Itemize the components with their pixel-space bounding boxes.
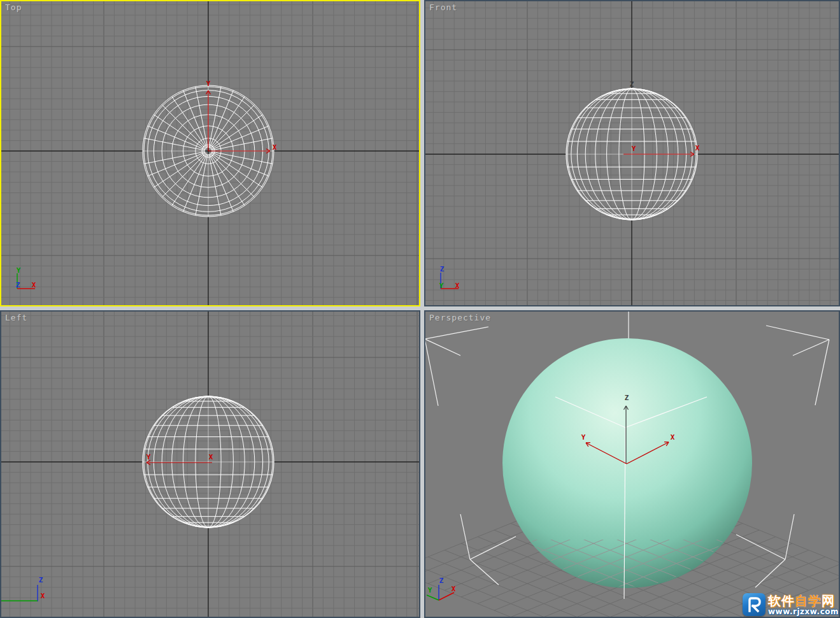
front-viewport-canvas xyxy=(424,0,840,306)
watermark[interactable]: 软件自学网 www.rjzxw.com xyxy=(743,593,839,616)
viewport-left[interactable]: Left YXZX xyxy=(0,310,420,618)
top-viewport-canvas xyxy=(0,0,420,306)
home-grid xyxy=(0,0,420,306)
wireframe-sphere xyxy=(143,396,274,528)
home-grid xyxy=(0,310,420,618)
creation-gizmo xyxy=(623,152,694,157)
viewport-label-top: Top xyxy=(5,3,22,12)
watermark-logo-icon xyxy=(743,593,765,616)
watermark-url: www.rjzxw.com xyxy=(768,608,839,615)
left-viewport-canvas xyxy=(0,310,420,618)
watermark-logo-glyph xyxy=(743,593,765,616)
watermark-site-name: 软件自学网 xyxy=(768,594,839,607)
perspective-viewport-canvas xyxy=(424,310,840,618)
viewport-front[interactable]: Front YXZZYX xyxy=(424,0,840,306)
ucs-tripod-icon xyxy=(17,273,35,289)
watermark-name-1: 软件 xyxy=(768,593,795,608)
watermark-name-3: 网 xyxy=(822,593,835,608)
watermark-name-2: 自学 xyxy=(795,593,822,608)
watermark-text: 软件自学网 www.rjzxw.com xyxy=(768,594,839,615)
viewport-label-perspective: Perspective xyxy=(429,313,491,322)
viewport-label-left: Left xyxy=(5,313,27,322)
viewport-top[interactable]: Top YXYZX xyxy=(0,0,420,306)
viewport-label-front: Front xyxy=(429,3,457,12)
viewport-perspective[interactable]: Perspective YXZZYX xyxy=(424,310,840,618)
ucs-tripod-icon xyxy=(441,273,459,289)
viewport-area: Top YXYZX Front YXZZYX Left YXZX Perspec… xyxy=(0,0,840,618)
